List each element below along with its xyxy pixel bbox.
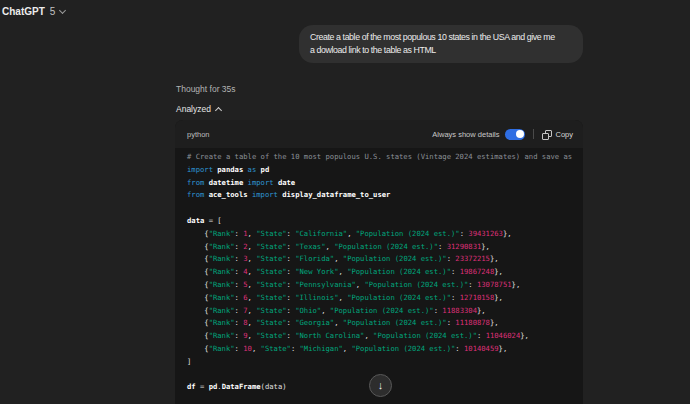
always-show-details-label: Always show details	[432, 130, 499, 139]
always-show-details-toggle[interactable]	[505, 129, 525, 140]
code-language-label: python	[187, 130, 210, 139]
code-panel-header: python Always show details Copy	[175, 120, 583, 148]
code-panel-header-actions: Always show details Copy	[432, 129, 573, 140]
header-divider	[533, 129, 534, 139]
user-message-line: Create a table of the most populous 10 s…	[310, 31, 572, 44]
arrow-down-icon: ↓	[378, 380, 384, 391]
model-name: ChatGPT	[2, 6, 45, 17]
code-content: # Create a table of the 10 most populous…	[175, 148, 583, 394]
copy-button[interactable]: Copy	[542, 130, 573, 139]
chevron-down-icon	[59, 6, 66, 13]
toggle-knob	[516, 130, 524, 138]
analyzed-toggle-button[interactable]: Analyzed	[176, 104, 221, 114]
copy-label: Copy	[555, 130, 573, 139]
chatgpt-window: ChatGPT 5 Create a table of the most pop…	[0, 0, 690, 404]
chevron-up-icon	[215, 106, 222, 113]
user-message-line: a dowload link to the table as HTML	[310, 44, 572, 57]
scroll-to-bottom-button[interactable]: ↓	[369, 374, 392, 397]
thought-duration-button[interactable]: Thought for 35s	[176, 84, 236, 94]
model-version: 5	[50, 6, 56, 17]
copy-icon	[542, 130, 551, 139]
analyzed-label: Analyzed	[176, 104, 211, 114]
user-message-bubble: Create a table of the most populous 10 s…	[299, 25, 583, 63]
model-selector[interactable]: ChatGPT 5	[2, 2, 65, 20]
code-panel: python Always show details Copy # Create…	[175, 120, 583, 404]
